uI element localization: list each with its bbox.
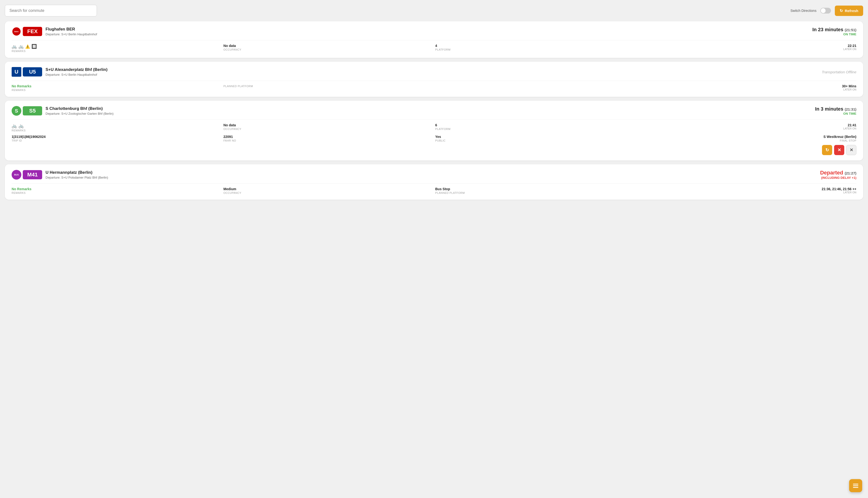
menu-icon xyxy=(853,484,858,488)
s5-subtitle: Departure: S+U Zoologischer Garten Bhf (… xyxy=(46,112,114,115)
m41-title: U Hermannplatz (Berlin) xyxy=(46,170,108,175)
u5-line-badge: U5 xyxy=(23,67,42,77)
m41-departed-label: Departed (21:27) xyxy=(820,170,856,176)
s5-fahr-no-cell: 22091 FAHR NO xyxy=(224,135,433,142)
u5-info: S+U Alexanderplatz Bhf (Berlin) Departur… xyxy=(46,67,107,77)
m41-remarks-value: No Remarks xyxy=(12,187,221,191)
fex-later-cell: 22:21 LATER ON xyxy=(647,44,857,51)
m41-details: No Remarks REMARKS Medium OCCUPANCY Bus … xyxy=(12,187,856,194)
fex-transport-icons: Bahn FEX xyxy=(12,27,42,36)
s5-trip-id-value: 1|3119|1|86|19062024 xyxy=(12,135,221,139)
s5-transport-icons: S S5 xyxy=(12,106,42,116)
fex-status: ON TIME xyxy=(812,32,856,36)
s5-trip-id-label: TRIP ID xyxy=(12,139,221,142)
card-m41-left: BUS M41 U Hermannplatz (Berlin) Departur… xyxy=(12,170,108,180)
fex-info: Flughafen BER Departure: S+U Berlin Haup… xyxy=(46,27,97,36)
card-fex: Bahn FEX Flughafen BER Departure: S+U Be… xyxy=(5,21,863,58)
m41-transport-icons: BUS M41 xyxy=(12,170,42,180)
top-right-controls: Switch Directions ↻ Refresh xyxy=(791,5,863,16)
s5-later-cell: 21:41 LATER ON xyxy=(647,123,857,130)
u5-later-value: 30+ Mins xyxy=(647,84,857,88)
s-logo: S xyxy=(12,106,21,116)
s5-remarks-cell: 🚲 🚲 REMARKS xyxy=(12,123,221,132)
u5-title: S+U Alexanderplatz Bhf (Berlin) xyxy=(46,67,107,72)
s5-info: S Charlottenburg Bhf (Berlin) Departure:… xyxy=(46,106,114,115)
s5-close-button[interactable]: ✕ xyxy=(846,145,856,155)
fex-subtitle: Departure: S+U Berlin Hauptbahnhof xyxy=(46,32,97,36)
card-s5-header: S S5 S Charlottenburg Bhf (Berlin) Depar… xyxy=(12,106,856,116)
s5-occupancy-label: OCCUPANCY xyxy=(224,128,433,130)
refresh-button[interactable]: ↻ Refresh xyxy=(835,5,863,16)
s5-title: S Charlottenburg Bhf (Berlin) xyxy=(46,106,114,111)
u5-subtitle: Departure: S+U Berlin Hauptbahnhof xyxy=(46,73,107,77)
s5-final-stop-value: S Westkreuz (Berlin) xyxy=(647,135,857,139)
m41-remarks-cell: No Remarks REMARKS xyxy=(12,187,221,194)
u5-platform-label: PLANNED PLATFORM xyxy=(224,85,433,88)
s5-platform-cell: 6 PLATFORM xyxy=(435,123,645,130)
fex-remarks-cell: 🚲 🚲 ⚠️ 🔲 REMARKS xyxy=(12,44,221,53)
m41-line-badge: M41 xyxy=(23,170,42,179)
card-fex-header: Bahn FEX Flughafen BER Departure: S+U Be… xyxy=(12,27,856,36)
s5-occupancy-cell: No data OCCUPANCY xyxy=(224,123,433,130)
m41-platform-cell: Bus Stop PLANNED PLATFORM xyxy=(435,187,645,194)
refresh-label: Refresh xyxy=(845,9,858,13)
fex-later-value: 22:21 xyxy=(647,44,857,48)
m41-occupancy-label: OCCUPANCY xyxy=(224,192,433,194)
m41-platform-value: Bus Stop xyxy=(435,187,645,191)
s5-bike-icon-1: 🚲 xyxy=(12,123,17,129)
s5-delete-button[interactable]: ✕ xyxy=(834,145,844,155)
fex-title: Flughafen BER xyxy=(46,27,97,32)
bike-icon-2: 🚲 xyxy=(18,44,24,49)
card-u5-left: U U5 S+U Alexanderplatz Bhf (Berlin) Dep… xyxy=(12,67,107,77)
fex-occupancy-label: OCCUPANCY xyxy=(224,48,433,51)
bahn-logo: Bahn xyxy=(12,27,21,36)
fab-menu-button[interactable] xyxy=(849,479,862,492)
search-input[interactable] xyxy=(5,5,97,16)
m41-later-label: LATER ON xyxy=(647,191,857,194)
top-bar: Switch Directions ↻ Refresh xyxy=(5,5,863,16)
u5-later-label: LATER ON xyxy=(647,88,857,91)
u5-later-cell: 30+ Mins LATER ON xyxy=(647,84,857,91)
refresh-icon: ↻ xyxy=(840,9,843,13)
s5-bike-icon-2: 🚲 xyxy=(18,123,24,129)
fex-later-label: LATER ON xyxy=(647,48,857,51)
fex-line-badge: FEX xyxy=(23,27,42,36)
card-s5: S S5 S Charlottenburg Bhf (Berlin) Depar… xyxy=(5,101,863,160)
m41-subtitle: Departure: S+U Potsdamer Platz Bhf (Berl… xyxy=(46,176,108,179)
u5-status: Transportation Offline xyxy=(822,70,856,74)
fex-platform-value: 4 xyxy=(435,44,645,48)
s5-public-value: Yes xyxy=(435,135,645,139)
s5-public-cell: Yes PUBLIC xyxy=(435,135,645,142)
s5-later-value: 21:41 xyxy=(647,123,857,127)
m41-remarks-label: REMARKS xyxy=(12,192,221,194)
card-u5-header: U U5 S+U Alexanderplatz Bhf (Berlin) Dep… xyxy=(12,67,856,77)
s5-details: 🚲 🚲 REMARKS No data OCCUPANCY 6 PLATFORM… xyxy=(12,123,856,132)
s5-right: In 3 minutes (21:31) ON TIME xyxy=(815,106,856,115)
fex-right: In 23 minutes (21:51) ON TIME xyxy=(812,27,856,36)
fex-platform-label: PLATFORM xyxy=(435,48,645,51)
s5-final-stop-cell: S Westkreuz (Berlin) FINAL STOP xyxy=(647,135,857,142)
s5-final-stop-label: FINAL STOP xyxy=(647,139,857,142)
u-logo: U xyxy=(12,67,21,77)
bus-logo: BUS xyxy=(12,170,21,180)
switch-directions-label: Switch Directions xyxy=(791,9,816,13)
m41-later-value: 21:36, 21:46, 21:56 ++ xyxy=(647,187,857,191)
s5-platform-value: 6 xyxy=(435,123,645,127)
s5-refresh-button[interactable]: ↻ xyxy=(822,145,832,155)
s5-line-badge: S5 xyxy=(23,106,42,115)
s5-remarks-label: REMARKS xyxy=(12,129,221,132)
fex-occupancy-value: No data xyxy=(224,44,433,48)
warn-icon: ⚠️ xyxy=(25,44,30,49)
u5-right: Transportation Offline xyxy=(822,70,856,74)
u5-remarks-label: REMARKS xyxy=(12,89,221,91)
card-m41: BUS M41 U Hermannplatz (Berlin) Departur… xyxy=(5,164,863,200)
m41-info: U Hermannplatz (Berlin) Departure: S+U P… xyxy=(46,170,108,179)
card-m41-header: BUS M41 U Hermannplatz (Berlin) Departur… xyxy=(12,170,856,180)
s5-public-label: PUBLIC xyxy=(435,139,645,142)
s5-action-buttons: ↻ ✕ ✕ xyxy=(12,145,856,155)
bike-icon-1: 🚲 xyxy=(12,44,17,49)
u5-transport-icons: U U5 xyxy=(12,67,42,77)
s5-remarks-icons: 🚲 🚲 xyxy=(12,123,221,129)
switch-directions-toggle[interactable] xyxy=(820,8,831,14)
rail-icon: 🔲 xyxy=(31,44,37,49)
